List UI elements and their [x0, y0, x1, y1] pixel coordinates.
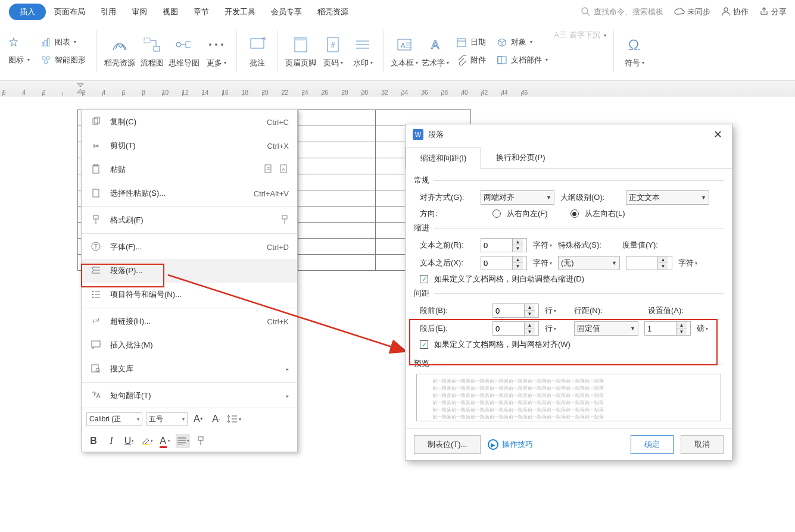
textbox-icon: A三 [391, 34, 417, 55]
brush-icon [90, 215, 102, 226]
parts-dropdown[interactable]: 文档部件▾ [497, 55, 548, 65]
tab-layout[interactable]: 页面布局 [47, 4, 92, 20]
before-text-label: 文本之前(R): [420, 240, 475, 251]
tab-docer[interactable]: 稻壳资源 [310, 4, 356, 20]
docer-res-button[interactable]: 稻壳资源 [104, 34, 135, 68]
ctx-cut[interactable]: ✂剪切(T)Ctrl+X [82, 134, 297, 158]
unit-char1[interactable]: 字符▾ [533, 240, 552, 251]
ctx-format-painter[interactable]: 格式刷(F) [82, 208, 297, 232]
grow-font-button[interactable]: A+ [191, 412, 205, 426]
outline-combo[interactable]: 正文文本▼ [626, 190, 709, 205]
brush-pin-icon[interactable] [280, 215, 289, 226]
tab-ref[interactable]: 引用 [93, 4, 123, 20]
symbol-dropdown[interactable]: 符号▾ [621, 34, 647, 68]
tab-indent-spacing[interactable]: 缩进和间距(I) [406, 148, 481, 169]
set-at-spin[interactable]: ▲▼ [644, 321, 691, 336]
after-text-spin[interactable]: ▲▼ [481, 256, 527, 270]
cube-icon [497, 37, 507, 48]
ctx-translate[interactable]: 短句翻译(T)▸ [82, 384, 297, 408]
unit-pt[interactable]: 磅▾ [697, 323, 708, 334]
highlight-button[interactable]: ▾ [140, 434, 154, 448]
grid-indent-check[interactable]: ✓ [420, 275, 428, 283]
tab-review[interactable]: 审阅 [124, 4, 154, 20]
search-placeholder: 查找命令、搜索模板 [594, 7, 663, 17]
unit-char2[interactable]: 字符▾ [533, 258, 552, 268]
search-command[interactable]: 查找命令、搜索模板 [581, 7, 663, 18]
ltr-radio[interactable] [570, 209, 579, 218]
linespacing-button[interactable]: ▾ [227, 412, 241, 426]
ctx-copy[interactable]: 复制(C)Ctrl+C [82, 110, 297, 134]
align-combo[interactable]: 两端对齐▼ [481, 190, 554, 205]
line-spacing-label: 行距(N): [574, 305, 613, 316]
fmt-painter-mini[interactable] [194, 434, 208, 448]
ctx-paste[interactable]: 粘贴A [82, 158, 297, 181]
font-color-button[interactable]: A▾ [158, 434, 172, 448]
ctx-paragraph[interactable]: 段落(P)... [82, 259, 297, 283]
ctx-font[interactable]: T字体(F)...Ctrl+D [82, 235, 297, 259]
mini-size-select[interactable]: 五号▾ [146, 412, 188, 426]
align-button[interactable]: ▾ [176, 434, 190, 448]
unit-char3[interactable]: 字符▾ [678, 258, 697, 268]
special-combo[interactable]: (无)▼ [558, 256, 620, 270]
icons-label[interactable]: 图标▾ [8, 55, 30, 65]
mindmap-button[interactable]: 思维导图 [169, 34, 199, 68]
ruler[interactable]: 6422468101214161820222426283032343638404… [0, 81, 795, 96]
measure-spin[interactable]: ▲▼ [626, 256, 672, 270]
object-dropdown[interactable]: 对象▾ [497, 37, 548, 48]
tab-line-page-break[interactable]: 换行和分页(P) [481, 147, 560, 168]
unit-line1[interactable]: 行▾ [545, 305, 556, 316]
header-icon [288, 34, 314, 55]
after-para-spin[interactable]: ▲▼ [492, 321, 539, 336]
wordart-dropdown[interactable]: A艺术字▾ [422, 34, 449, 68]
share-button[interactable]: 分享 [759, 7, 787, 18]
pageno-dropdown[interactable]: #页码▾ [320, 34, 346, 68]
ctx-paste-special[interactable]: 选择性粘贴(S)...Ctrl+Alt+V [82, 181, 297, 205]
underline-button[interactable]: U▾ [122, 434, 136, 448]
attach-button[interactable]: 附件 [456, 55, 486, 65]
ok-button[interactable]: 确定 [631, 435, 674, 454]
before-para-spin[interactable]: ▲▼ [492, 303, 539, 318]
collab-button[interactable]: 协作 [721, 7, 749, 18]
more-dropdown[interactable]: 更多▾ [203, 34, 229, 68]
mini-font-select[interactable]: Calibri (正▾ [86, 412, 142, 426]
smartart-button[interactable]: 智能图形 [40, 55, 86, 65]
ctx-bullets[interactable]: 项目符号和编号(N)... [82, 283, 297, 306]
italic-button[interactable]: I [104, 434, 119, 448]
unit-line2[interactable]: 行▾ [545, 323, 556, 334]
tabstops-button[interactable]: 制表位(T)... [414, 435, 481, 454]
search-icon [581, 7, 590, 18]
header-footer-button[interactable]: 页眉页脚 [285, 34, 316, 68]
line-spacing-combo[interactable]: 固定值▼ [574, 321, 638, 336]
share-icon [759, 7, 769, 18]
before-text-spin[interactable]: ▲▼ [481, 238, 527, 252]
grid-align-check[interactable]: ✓ [420, 340, 428, 349]
tips-link[interactable]: ▶操作技巧 [488, 439, 533, 450]
tab-dev[interactable]: 开发工具 [217, 4, 263, 20]
chart-dropdown[interactable]: 图表▾ [40, 37, 86, 48]
after-para-label: 段后(E): [420, 323, 456, 334]
flowchart-button[interactable]: 流程图 [139, 34, 165, 68]
shrink-font-button[interactable]: A- [209, 412, 223, 426]
tab-vip[interactable]: 会员专享 [264, 4, 309, 20]
date-button[interactable]: 日期 [456, 37, 486, 48]
textbox-dropdown[interactable]: A三文本框▾ [391, 34, 418, 68]
tab-view[interactable]: 视图 [155, 4, 185, 20]
close-button[interactable]: ✕ [710, 128, 725, 141]
icons-dropdown[interactable] [8, 37, 30, 48]
paste-opt1-icon[interactable] [264, 164, 273, 176]
cancel-button[interactable]: 取消 [681, 435, 724, 454]
paste-opt2-icon[interactable]: A [279, 164, 289, 176]
watermark-dropdown[interactable]: 水印▾ [350, 34, 376, 68]
ctx-search-lib[interactable]: 搜文库▸ [82, 357, 297, 381]
svg-rect-10 [154, 46, 160, 51]
ctx-insert-comment[interactable]: 插入批注(M) [82, 333, 297, 357]
bold-button[interactable]: B [86, 434, 101, 448]
cloud-icon [674, 7, 685, 17]
tab-chapter[interactable]: 章节 [186, 4, 216, 20]
tab-insert[interactable]: 插入 [9, 4, 46, 20]
sync-status[interactable]: 未同步 [674, 7, 710, 17]
rtl-radio[interactable] [492, 209, 501, 218]
dropcap-button[interactable]: A三首字下沉▾ [555, 21, 606, 40]
ctx-hyperlink[interactable]: 超链接(H)...Ctrl+K [82, 309, 297, 333]
comment-button[interactable]: 批注 [244, 34, 270, 68]
